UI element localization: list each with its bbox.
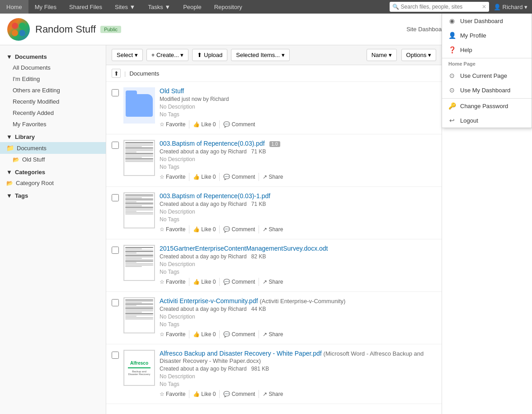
file-name[interactable]: 003.Baptism of Repentence(0.03).pdf 1.0 bbox=[160, 140, 436, 147]
nav-my-files[interactable]: My Files bbox=[28, 0, 63, 14]
version-badge: 1.0 bbox=[269, 141, 280, 147]
sidebar-others-editing[interactable]: Others are Editing bbox=[0, 85, 106, 96]
nav-people[interactable]: People bbox=[177, 0, 207, 14]
clear-search-icon[interactable]: ✕ bbox=[482, 4, 486, 10]
sidebar-all-documents[interactable]: All Documents bbox=[0, 62, 106, 73]
file-checkbox[interactable] bbox=[112, 89, 119, 96]
file-tags: No Tags bbox=[160, 216, 436, 223]
file-description: No Description bbox=[160, 209, 436, 215]
comment-action[interactable]: 💬 Comment bbox=[220, 225, 259, 233]
categories-section[interactable]: ▼ Categories bbox=[0, 165, 106, 177]
sidebar-category-root[interactable]: 📂 Category Root bbox=[0, 177, 106, 189]
comment-action[interactable]: 💬 Comment bbox=[220, 390, 259, 398]
sort-button[interactable]: Name ▾ bbox=[367, 49, 397, 61]
like-action[interactable]: 👍 Like 0 bbox=[189, 225, 220, 233]
sidebar-recently-added[interactable]: Recently Added bbox=[0, 107, 106, 119]
breadcrumb-home-icon[interactable]: ⬆ bbox=[112, 69, 121, 78]
file-info: Old Stuff Modified just now by Richard N… bbox=[160, 87, 436, 128]
logout-icon: ↩ bbox=[448, 117, 456, 124]
file-name[interactable]: 003.Baptism of Repentence(0.03)-1.pdf bbox=[160, 192, 436, 200]
like-action[interactable]: 👍 Like 0 bbox=[189, 390, 220, 398]
dropdown-change-password[interactable]: 🔑 Change Password bbox=[442, 98, 532, 113]
file-name[interactable]: 2015GartnerEnterpriseContentManagementSu… bbox=[160, 245, 436, 252]
sidebar-old-stuff-folder[interactable]: 📂 Old Stuff bbox=[0, 154, 106, 165]
file-checkbox[interactable] bbox=[112, 352, 119, 359]
share-action[interactable]: ↗ Share bbox=[259, 330, 287, 338]
share-action[interactable]: ↗ Share bbox=[259, 225, 287, 233]
file-tags: No Tags bbox=[160, 381, 436, 387]
favorite-action[interactable]: ☆ Favorite bbox=[160, 225, 189, 233]
file-name[interactable]: Activiti Enterprise-v-Community.pdf (Act… bbox=[160, 297, 436, 305]
search-input[interactable] bbox=[401, 4, 482, 10]
user-menu-button[interactable]: 👤 Richard ▾ bbox=[489, 0, 532, 14]
nav-sites[interactable]: Sites ▼ bbox=[108, 0, 141, 14]
dropdown-logout[interactable]: ↩ Logout bbox=[442, 113, 532, 128]
file-item: Alfresco Backup andDisaster Recovery Alf… bbox=[106, 344, 442, 404]
svg-point-2 bbox=[12, 30, 18, 36]
file-description: No Description bbox=[160, 261, 436, 267]
file-name[interactable]: Alfresco Backup and Disaster Recovery - … bbox=[160, 350, 436, 364]
dashboard2-icon: ⊙ bbox=[448, 86, 456, 94]
dropdown-my-profile[interactable]: 👤 My Profile bbox=[442, 28, 532, 43]
create-button[interactable]: + Create... ▾ bbox=[146, 49, 189, 61]
favorite-action[interactable]: ☆ Favorite bbox=[160, 120, 189, 128]
like-action[interactable]: 👍 Like 0 bbox=[189, 120, 220, 128]
options-button[interactable]: Options ▾ bbox=[401, 49, 436, 61]
comment-action[interactable]: 💬 Comment bbox=[220, 278, 259, 286]
documents-section[interactable]: ▼ Documents bbox=[0, 50, 106, 62]
selected-items-button[interactable]: Selected Items... ▾ bbox=[231, 49, 289, 61]
file-meta: Created about a day ago by Richard 71 KB bbox=[160, 148, 436, 155]
search-icon: 🔍 bbox=[392, 4, 399, 10]
file-thumbnail bbox=[123, 192, 155, 228]
nav-tasks[interactable]: Tasks ▼ bbox=[141, 0, 177, 14]
like-icon: 👍 bbox=[193, 174, 200, 180]
nav-repository[interactable]: Repository bbox=[208, 0, 249, 14]
favorite-action[interactable]: ☆ Favorite bbox=[160, 390, 189, 398]
favorite-action[interactable]: ☆ Favorite bbox=[160, 173, 189, 181]
current-page-icon: ⊙ bbox=[448, 72, 456, 79]
folder-icon: 📁 bbox=[6, 144, 14, 152]
dropdown-use-current-page[interactable]: ⊙ Use Current Page bbox=[442, 68, 532, 83]
file-info: Activiti Enterprise-v-Community.pdf (Act… bbox=[160, 297, 436, 338]
file-checkbox[interactable] bbox=[112, 247, 119, 254]
share-action[interactable]: ↗ Share bbox=[259, 390, 287, 398]
sidebar-documents-folder[interactable]: 📁 Documents bbox=[0, 142, 106, 154]
library-section[interactable]: ▼ Library bbox=[0, 130, 106, 142]
person-icon: 👤 bbox=[448, 32, 456, 39]
tags-section[interactable]: ▼ Tags bbox=[0, 189, 106, 201]
dropdown-help[interactable]: ❓ Help bbox=[442, 43, 532, 57]
sidebar-recently-modified[interactable]: Recently Modified bbox=[0, 96, 106, 107]
favorite-action[interactable]: ☆ Favorite bbox=[160, 330, 189, 338]
like-action[interactable]: 👍 Like 0 bbox=[189, 330, 220, 338]
file-checkbox[interactable] bbox=[112, 194, 119, 201]
file-tags: No Tags bbox=[160, 164, 436, 170]
key-icon: 🔑 bbox=[448, 102, 456, 109]
file-checkbox[interactable] bbox=[112, 142, 119, 149]
arrow-down-icon-3: ▼ bbox=[6, 169, 12, 176]
dropdown-user-dashboard[interactable]: ◉ User Dashboard bbox=[442, 14, 532, 28]
dropdown-use-my-dashboard[interactable]: ⊙ Use My Dashboard bbox=[442, 83, 532, 97]
sidebar-my-favorites[interactable]: My Favorites bbox=[0, 119, 106, 130]
star-icon: ☆ bbox=[160, 279, 165, 285]
nav-shared-files[interactable]: Shared Files bbox=[63, 0, 108, 14]
like-icon: 👍 bbox=[193, 121, 200, 128]
file-name[interactable]: Old Stuff bbox=[160, 87, 436, 95]
sidebar-im-editing[interactable]: I'm Editing bbox=[0, 73, 106, 85]
upload-button[interactable]: ⬆ Upload bbox=[192, 49, 227, 61]
comment-action[interactable]: 💬 Comment bbox=[220, 173, 259, 181]
site-title: Random Stuff bbox=[35, 24, 96, 35]
nav-home[interactable]: Home bbox=[0, 0, 28, 14]
star-icon: ☆ bbox=[160, 391, 165, 397]
favorite-action[interactable]: ☆ Favorite bbox=[160, 278, 189, 286]
share-action[interactable]: ↗ Share bbox=[259, 278, 287, 286]
like-action[interactable]: 👍 Like 0 bbox=[189, 173, 220, 181]
file-checkbox[interactable] bbox=[112, 299, 119, 306]
select-button[interactable]: Select ▾ bbox=[112, 49, 143, 61]
comment-action[interactable]: 💬 Comment bbox=[220, 330, 259, 338]
file-item: 003.Baptism of Repentence(0.03).pdf 1.0 … bbox=[106, 134, 442, 187]
comment-action[interactable]: 💬 Comment bbox=[220, 120, 259, 128]
share-action[interactable]: ↗ Share bbox=[259, 173, 287, 181]
file-tags: No Tags bbox=[160, 111, 436, 118]
share-icon: ↗ bbox=[263, 279, 267, 285]
like-action[interactable]: 👍 Like 0 bbox=[189, 278, 220, 286]
